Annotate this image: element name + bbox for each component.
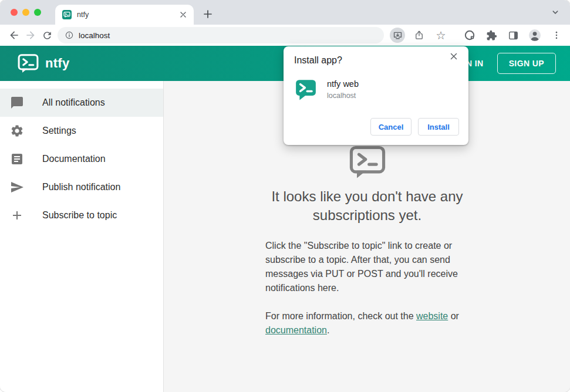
cancel-button[interactable]: Cancel xyxy=(370,118,412,136)
forward-button[interactable] xyxy=(22,27,39,43)
send-icon xyxy=(10,180,24,194)
sidebar-item-publish-notification[interactable]: Publish notification xyxy=(0,173,163,201)
extensions-puzzle-icon[interactable] xyxy=(484,28,499,43)
window-zoom-button[interactable] xyxy=(34,9,41,16)
website-link[interactable]: website xyxy=(416,311,448,321)
dialog-close-icon[interactable] xyxy=(449,52,461,63)
ntfy-empty-state-logo-icon xyxy=(349,146,386,180)
browser-toolbar: localhost ☆ xyxy=(0,25,570,46)
sidebar-item-documentation[interactable]: Documentation xyxy=(0,145,163,173)
new-tab-button[interactable] xyxy=(200,6,216,22)
traffic-lights xyxy=(11,9,41,16)
ntfy-logo-icon xyxy=(18,54,39,73)
browser-window: ntfy localhost xyxy=(0,0,570,392)
install-app-origin: localhost xyxy=(327,92,356,100)
links-paragraph-suffix: . xyxy=(327,325,329,335)
url-text: localhost xyxy=(79,31,110,40)
install-app-button[interactable] xyxy=(390,28,405,43)
side-panel-icon[interactable] xyxy=(505,28,521,43)
address-bar[interactable]: localhost xyxy=(58,27,384,43)
empty-state-paragraph: Click the "Subscribe to topic" link to c… xyxy=(265,239,469,295)
gear-icon xyxy=(10,124,24,138)
site-info-icon[interactable] xyxy=(65,31,74,40)
install-button[interactable]: Install xyxy=(418,118,459,136)
install-app-name: ntfy web xyxy=(327,79,359,89)
sidebar-item-label: Settings xyxy=(42,126,76,136)
sign-up-button[interactable]: SIGN UP xyxy=(497,53,556,74)
tab-strip: ntfy xyxy=(0,0,570,25)
sidebar-item-subscribe-to-topic[interactable]: Subscribe to topic xyxy=(0,201,163,229)
bookmark-star-icon[interactable]: ☆ xyxy=(433,28,448,43)
dialog-actions: Cancel Install xyxy=(370,118,459,136)
ntfy-app-icon xyxy=(294,78,318,102)
onepassword-extension-icon[interactable] xyxy=(462,28,477,43)
sidebar-item-label: Subscribe to topic xyxy=(42,210,117,221)
window-minimize-button[interactable] xyxy=(22,9,29,16)
toolbar-actions: ☆ xyxy=(390,28,564,43)
sidebar-item-label: Documentation xyxy=(42,154,106,164)
empty-state-links-paragraph: For more information, check out the webs… xyxy=(265,309,469,337)
ntfy-app: ntfy SIGN IN SIGN UP All notifications S… xyxy=(0,46,570,392)
empty-state-heading: It looks like you don't have any subscri… xyxy=(262,187,473,225)
tab-close-icon[interactable] xyxy=(178,10,188,19)
tab-search-chevron-icon[interactable] xyxy=(549,6,562,19)
sidebar: All notifications Settings Documentation… xyxy=(0,81,164,392)
window-close-button[interactable] xyxy=(11,9,18,16)
documentation-link[interactable]: documentation xyxy=(265,325,327,335)
install-app-dialog: Install app? ntfy web localhost Cancel I… xyxy=(284,46,468,145)
links-paragraph-prefix: For more information, check out the xyxy=(265,311,416,321)
browser-menu-dots-icon[interactable] xyxy=(549,28,564,43)
ntfy-favicon-icon xyxy=(62,10,72,19)
sidebar-item-settings[interactable]: Settings xyxy=(0,117,163,145)
browser-tab-ntfy[interactable]: ntfy xyxy=(55,5,194,25)
profile-avatar-icon[interactable] xyxy=(527,28,542,43)
install-dialog-title: Install app? xyxy=(294,55,342,66)
chat-icon xyxy=(10,96,24,110)
sidebar-item-all-notifications[interactable]: All notifications xyxy=(0,89,163,117)
plus-icon xyxy=(10,208,24,222)
share-button[interactable] xyxy=(412,28,427,43)
article-icon xyxy=(10,152,24,166)
sidebar-item-label: All notifications xyxy=(42,97,105,108)
links-paragraph-or: or xyxy=(448,311,459,321)
back-button[interactable] xyxy=(6,27,22,43)
reload-button[interactable] xyxy=(39,27,55,43)
sidebar-item-label: Publish notification xyxy=(42,182,120,192)
brand-name: ntfy xyxy=(45,56,70,71)
tab-title: ntfy xyxy=(77,11,178,19)
